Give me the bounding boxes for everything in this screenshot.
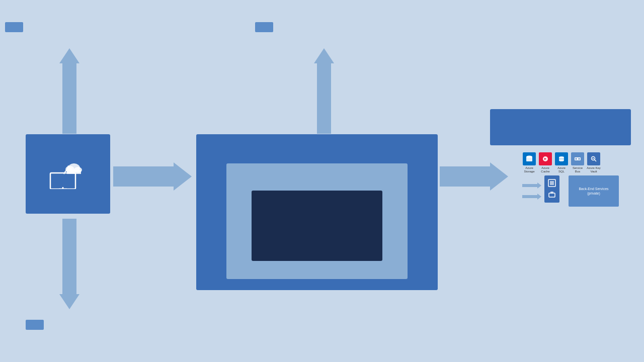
svg-point-14 [576, 158, 577, 160]
arrow-shaft [317, 63, 331, 134]
mini-arrow-2 [522, 194, 541, 200]
svg-rect-21 [550, 192, 553, 194]
mini-azure-sql: Azure SQL [554, 152, 569, 173]
azure-sql-icon [555, 152, 568, 165]
azure-storage-icon [523, 152, 536, 165]
svg-rect-20 [549, 193, 555, 197]
arrow-head [59, 48, 79, 63]
azure-cache-label: Azure Cache [538, 166, 552, 173]
mini-icons-row: Azure Storage Azure Cache Azure SQL Serv… [522, 152, 601, 173]
arrow-head [59, 294, 79, 309]
arrow-shaft [113, 166, 174, 187]
browser-icon [48, 159, 88, 193]
arrow-head [314, 48, 334, 63]
app-service-title [226, 163, 408, 171]
azure-storage-label: Azure Storage [522, 166, 536, 173]
web-frontend-cluster [196, 134, 438, 290]
arrow-shaft [62, 219, 76, 294]
arrow-shaft [440, 166, 490, 187]
service-bus-label: Service Bus [571, 166, 585, 173]
azure-cache-icon [539, 152, 552, 165]
mini-azure-storage: Azure Storage [522, 152, 536, 173]
azure-active-directory-label [255, 22, 273, 32]
svg-point-15 [579, 158, 580, 160]
arrow-right-to-web-cluster [113, 162, 192, 191]
power-cluster-title [490, 109, 631, 119]
azure-traffic-manager-label [5, 22, 23, 32]
power-platform-cluster [490, 109, 631, 145]
mini-arrow-1 [522, 183, 541, 189]
mini-service-bus: Service Bus [571, 152, 585, 173]
arrow-up-traffic-manager [59, 48, 79, 134]
svg-rect-19 [550, 181, 554, 185]
svg-point-12 [559, 159, 564, 161]
svg-rect-6 [67, 170, 81, 174]
mini-head [537, 183, 541, 189]
azure-sql-label: Azure SQL [554, 166, 569, 173]
arrow-down-cdn [59, 219, 79, 309]
app-service-environment [226, 163, 408, 279]
mini-head [537, 194, 541, 200]
service-bus-icon [571, 152, 584, 165]
arrow-head [174, 162, 192, 191]
arrow-right-to-power-platform [440, 162, 508, 191]
mini-shaft [522, 184, 537, 187]
arrow-up-active-directory [314, 48, 334, 134]
power-platform-mini-diagram: Azure Storage Azure Cache Azure SQL Serv… [518, 148, 629, 221]
web-cluster-title [196, 134, 438, 145]
mini-shaft [522, 195, 537, 198]
mini-key-vault: Azure Key Vault [587, 152, 601, 173]
azure-cdn-label [26, 320, 44, 330]
backend-services-label: Back-End Services(private) [579, 187, 608, 196]
backend-services-box: Back-End Services(private) [569, 175, 619, 207]
svg-point-8 [526, 156, 532, 158]
arrow-shaft [62, 63, 76, 134]
mini-azure-cache: Azure Cache [538, 152, 552, 173]
mini-box-2 [544, 188, 559, 203]
svg-rect-0 [50, 173, 75, 189]
svg-rect-17 [593, 158, 594, 159]
aspnet-box [252, 191, 382, 261]
key-vault-icon [587, 152, 600, 165]
key-vault-label: Azure Key Vault [587, 166, 601, 173]
arrow-head [490, 162, 508, 191]
browser-box [26, 134, 110, 214]
